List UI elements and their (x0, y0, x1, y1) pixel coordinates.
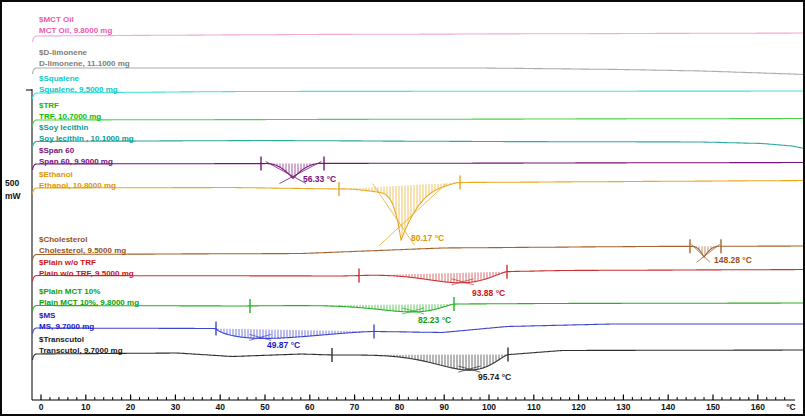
series-plain-mct-10: 82.23 °C$Plain MCT 10%Plain MCT 10%, 9.8… (33, 287, 805, 325)
x-axis-tick-label: 60 (305, 402, 315, 412)
x-axis-tick-label: 120 (572, 402, 586, 412)
series-squalene: $SqualeneSqualene, 9.5000 mg (33, 74, 805, 99)
series-sublabel-d-limonene: D-limonene, 11.1000 mg (39, 59, 130, 68)
peak-hatch-plain-wo-trf (388, 272, 502, 283)
series-span-60: 56.33 °C$Span 60Span 60, 9.9000 mg (33, 146, 805, 184)
x-axis-tick-label: 110 (527, 402, 541, 412)
curve-plain-mct-10 (33, 303, 805, 312)
series-label-cholesterol: $Cholesterol (39, 235, 87, 244)
x-axis-tick-label: 20 (126, 402, 136, 412)
x-axis-tick-label: 0 (39, 402, 44, 412)
series-label-d-limonene: $D-limonene (39, 48, 88, 57)
curve-mct-oil (33, 33, 805, 42)
peak-label-transcutol: 95.74 °C (478, 372, 511, 382)
series-sublabel-squalene: Squalene, 9.5000 mg (39, 85, 118, 94)
series-sublabel-span-60: Span 60, 9.9000 mg (39, 157, 113, 166)
series-label-plain-wo-trf: $Plain w/o TRF (39, 258, 96, 267)
series-label-plain-mct-10: $Plain MCT 10% (39, 287, 100, 296)
x-axis-tick-label: 130 (616, 402, 630, 412)
series-label-transcutol: $Transcutol (39, 335, 84, 344)
series-label-squalene: $Squalene (39, 74, 80, 83)
series-sublabel-ms: MS, 9.7000 mg (39, 322, 94, 331)
curve-transcutol (33, 350, 805, 370)
series-label-mct-oil: $MCT Oil (39, 15, 74, 24)
series-label-span-60: $Span 60 (39, 146, 75, 155)
series-label-ms: $MS (39, 311, 56, 320)
curve-ethanol (33, 181, 805, 241)
series-plain-wo-trf: 93.88 °C$Plain w/o TRFPlain w/o TRF, 9.5… (33, 258, 805, 298)
x-axis-tick-label: 100 (482, 402, 496, 412)
x-axis-tick-label: 140 (661, 402, 675, 412)
peak-label-plain-wo-trf: 93.88 °C (472, 288, 505, 298)
series-label-trf: $TRF (39, 101, 59, 110)
peak-label-ms: 49.87 °C (267, 340, 300, 350)
series-sublabel-cholesterol: Cholesterol, 9.5000 mg (39, 246, 126, 255)
thermogram-plot: 0102030405060708090100110120130140150160… (2, 2, 805, 416)
x-axis-unit-label: °C (786, 402, 796, 412)
curve-plain-wo-trf (33, 270, 805, 283)
curve-trf (33, 119, 805, 127)
y-scale-label: mW (5, 191, 22, 201)
curve-span-60 (33, 163, 805, 179)
curve-cholesterol (33, 246, 805, 261)
x-axis-tick-label: 40 (215, 402, 225, 412)
y-scale-bar: 500mW (5, 89, 32, 400)
y-scale-label: 500 (5, 178, 19, 188)
curve-squalene (33, 91, 805, 99)
series-sublabel-transcutol: Transcutol, 9.7000 mg (39, 346, 123, 355)
series-soy-lecithin: $Soy lecithinSoy lecithin , 10.1000 mg (33, 123, 805, 149)
peak-label-cholesterol: 148.28 °C (714, 255, 752, 265)
x-axis-tick-label: 160 (751, 402, 765, 412)
x-axis-tick-label: 80 (395, 402, 405, 412)
series-sublabel-ethanol: Ethanol, 10.8000 mg (39, 181, 116, 190)
curve-soy-lecithin (33, 141, 805, 149)
series-transcutol: 95.74 °C$TranscutolTranscutol, 9.7000 mg (33, 335, 805, 382)
series-ethanol: 80.17 °C$EthanolEthanol, 10.8000 mg (33, 170, 805, 245)
series-label-ethanol: $Ethanol (39, 170, 73, 179)
peak-label-span-60: 56.33 °C (303, 174, 336, 184)
series-trf: $TRFTRF, 10.7000 mg (33, 101, 805, 126)
peak-label-plain-mct-10: 82.23 °C (418, 315, 451, 325)
series-sublabel-plain-wo-trf: Plain w/o TRF, 9.5000 mg (39, 269, 134, 278)
x-axis-tick-label: 30 (171, 402, 181, 412)
series-sublabel-mct-oil: MCT Oil, 9.8000 mg (39, 26, 112, 35)
series-mct-oil: $MCT OilMCT Oil, 9.8000 mg (33, 15, 805, 42)
x-axis: 0102030405060708090100110120130140150160… (32, 395, 796, 413)
curve-d-limonene (33, 68, 805, 75)
peak-label-ethanol: 80.17 °C (411, 233, 444, 243)
x-axis-tick-label: 90 (439, 402, 449, 412)
x-axis-tick-label: 70 (350, 402, 360, 412)
series-label-soy-lecithin: $Soy lecithin (39, 123, 88, 132)
x-axis-tick-label: 50 (260, 402, 270, 412)
x-axis-tick-label: 150 (706, 402, 720, 412)
series-sublabel-trf: TRF, 10.7000 mg (39, 112, 101, 121)
series-sublabel-plain-mct-10: Plain MCT 10%, 9.8000 mg (39, 298, 139, 307)
curve-ms (33, 324, 805, 338)
series-sublabel-soy-lecithin: Soy lecithin , 10.1000 mg (39, 134, 134, 143)
x-axis-tick-label: 10 (81, 402, 91, 412)
series-d-limonene: $D-limoneneD-limonene, 11.1000 mg (33, 48, 805, 75)
dsc-thermogram-window: 0102030405060708090100110120130140150160… (0, 0, 805, 416)
